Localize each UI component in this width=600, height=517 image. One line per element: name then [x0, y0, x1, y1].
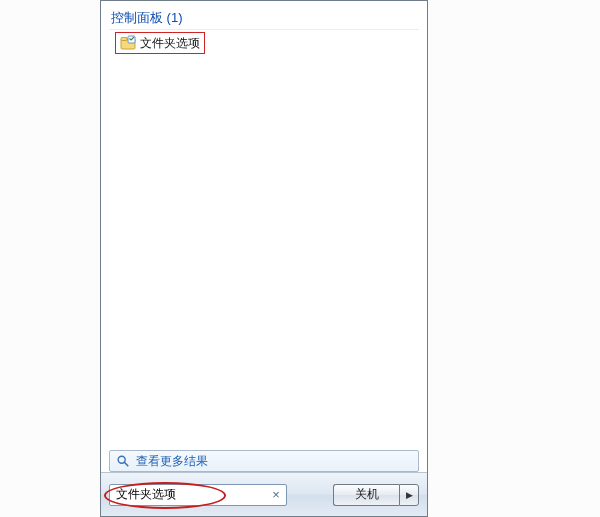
- shutdown-options-arrow[interactable]: ▶: [399, 484, 419, 506]
- svg-rect-1: [121, 38, 127, 41]
- shutdown-button[interactable]: 关机: [333, 484, 399, 506]
- search-results-area: 控制面板 (1) 文件夹选项: [101, 1, 427, 446]
- search-input[interactable]: [116, 488, 268, 502]
- search-icon: [116, 454, 130, 468]
- result-item-folder-options[interactable]: 文件夹选项: [115, 32, 205, 54]
- clear-search-icon[interactable]: ×: [268, 487, 284, 503]
- category-header-control-panel: 控制面板 (1): [109, 7, 419, 30]
- result-item-label: 文件夹选项: [140, 35, 200, 52]
- folder-options-icon: [120, 35, 136, 51]
- see-more-results-label: 查看更多结果: [136, 453, 208, 470]
- shutdown-button-group: 关机 ▶: [333, 484, 419, 506]
- svg-line-4: [124, 462, 128, 466]
- search-box[interactable]: ×: [109, 484, 287, 506]
- start-menu-search-window: 控制面板 (1) 文件夹选项 查看更多结果 ×: [100, 0, 428, 517]
- footer-bar: × 关机 ▶: [101, 472, 427, 516]
- see-more-results[interactable]: 查看更多结果: [109, 450, 419, 472]
